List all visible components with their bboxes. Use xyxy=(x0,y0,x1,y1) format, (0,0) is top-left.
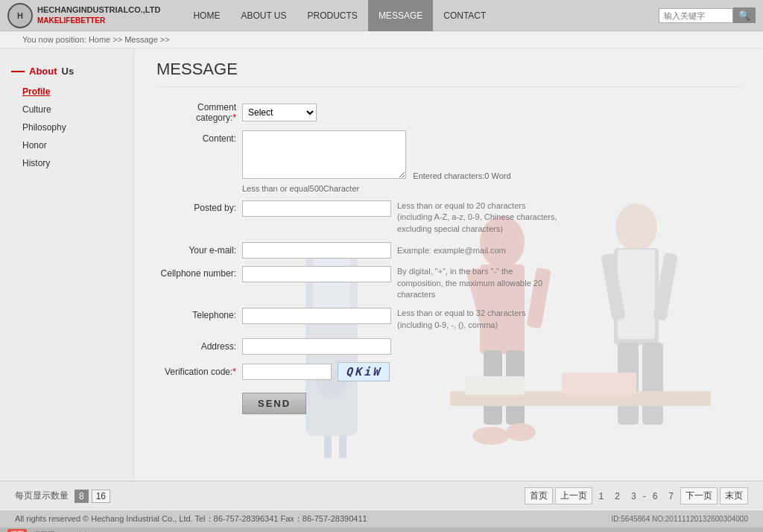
page-2[interactable]: 2 xyxy=(610,490,624,503)
cellphone-label: Cellphone number: xyxy=(156,266,242,279)
page-links: 首页 上一页 1 2 3 - 6 7 下一页 末页 xyxy=(525,487,748,504)
content-label: Content: xyxy=(156,130,242,144)
logo-area: H HECHANGINDUSTRIALCO.,LTD MAKELIFEBETTE… xyxy=(7,3,160,28)
form-row-cellphone: Cellphone number: By digital, "+", in th… xyxy=(156,266,741,300)
form-row-address: Address: xyxy=(156,338,741,355)
search-button[interactable]: 🔍 xyxy=(733,7,756,23)
less-than-note: Less than or equal500Character xyxy=(242,184,359,193)
page-6[interactable]: 6 xyxy=(648,490,662,503)
posted-by-note: Less than or equal to 20 characters (inc… xyxy=(397,200,561,235)
svg-rect-22 xyxy=(339,436,346,458)
nav-item-message[interactable]: MESSAGE xyxy=(368,0,433,31)
search-input[interactable] xyxy=(659,8,733,23)
sidebar-item-history[interactable]: History xyxy=(0,154,133,172)
pagination-bar: 每页显示数量 8 16 首页 上一页 1 2 3 - 6 7 下一页 末页 xyxy=(0,481,763,510)
sidebar-item-philosophy[interactable]: Philosophy xyxy=(0,118,133,136)
svg-point-7 xyxy=(506,423,536,441)
nav-item-home[interactable]: HOME xyxy=(183,0,230,31)
breadcrumb-bar: You now position: Home >> Message >> xyxy=(0,31,763,48)
content-area: MESSAGE Comment category:* Select Genera… xyxy=(134,48,763,481)
email-label: Your e-mail: xyxy=(156,245,242,256)
nav-item-products[interactable]: PRODUCTS xyxy=(297,0,368,31)
page-first[interactable]: 首页 xyxy=(525,487,553,504)
form-row-verification: Verification code:* QKiW xyxy=(156,362,741,381)
email-input[interactable] xyxy=(242,242,391,259)
sidebar-about-label: About xyxy=(29,66,57,77)
telephone-note: Less than or equal to 32 characters (inc… xyxy=(397,308,561,331)
page-sep: - xyxy=(643,491,646,501)
form-row-less-than: Less than or equal500Character xyxy=(156,184,741,193)
send-button[interactable]: SEND xyxy=(242,393,306,414)
verification-label: Verification code:* xyxy=(156,367,242,377)
sidebar-item-honor[interactable]: Honor xyxy=(0,136,133,154)
page-1[interactable]: 1 xyxy=(595,490,609,503)
telephone-input[interactable] xyxy=(242,308,391,324)
svg-rect-21 xyxy=(324,436,332,458)
breadcrumb: You now position: Home >> Message >> xyxy=(22,35,170,44)
form-row-comment: Comment category:* Select General Produc… xyxy=(156,102,741,123)
page-next[interactable]: 下一页 xyxy=(680,487,718,504)
sidebar-section-header: About Us xyxy=(0,60,133,83)
telephone-label: Telephone: xyxy=(156,308,242,320)
logo-circle: H xyxy=(7,3,33,28)
char-count: Entered characters:0 Word xyxy=(413,171,510,180)
form-row-telephone: Telephone: Less than or equal to 32 char… xyxy=(156,308,741,331)
main-nav: HOME ABOUT US PRODUCTS MESSAGE CONTACT xyxy=(183,0,496,31)
page-prev[interactable]: 上一页 xyxy=(555,487,592,504)
cellphone-note: By digital, "+", in the bars "-" the com… xyxy=(397,266,561,300)
content-field-wrap: Entered characters:0 Word xyxy=(242,130,511,181)
watermark-logo: 昵图 xyxy=(7,529,27,532)
search-area: 🔍 xyxy=(659,7,756,23)
per-page-label: 每页显示数量 xyxy=(15,490,69,502)
posted-by-input[interactable] xyxy=(242,200,391,217)
sidebar-us-label: Us xyxy=(62,66,75,77)
page-3[interactable]: 3 xyxy=(627,490,641,503)
comment-category-select[interactable]: Select General Product Service Other xyxy=(242,104,317,121)
watermark-url: 昵图网 www.nipic.com xyxy=(33,530,107,533)
per-page-16[interactable]: 16 xyxy=(92,490,110,503)
captcha-image[interactable]: QKiW xyxy=(338,362,390,381)
sidebar-item-culture[interactable]: Culture xyxy=(0,101,133,118)
nav-item-contact[interactable]: CONTACT xyxy=(433,0,496,31)
sidebar: About Us Profile Culture Philosophy Hono… xyxy=(0,48,134,481)
required-star: * xyxy=(232,113,236,123)
content-textarea[interactable] xyxy=(242,130,406,179)
send-button-row: SEND xyxy=(242,393,741,414)
nav-item-about[interactable]: ABOUT US xyxy=(230,0,297,31)
verification-input[interactable] xyxy=(242,364,332,380)
footer: All rights reserved © Hechang Industrial… xyxy=(0,510,763,528)
posted-by-label: Posted by: xyxy=(156,200,242,213)
address-input[interactable] xyxy=(242,338,391,355)
header: H HECHANGINDUSTRIALCO.,LTD MAKELIFEBETTE… xyxy=(0,0,763,31)
sidebar-red-line xyxy=(11,71,25,72)
page-7[interactable]: 7 xyxy=(664,490,678,503)
copyright-text: All rights reserved © Hechang Industrial… xyxy=(15,513,367,525)
watermark-bar: 昵图 昵图网 www.nipic.com xyxy=(0,528,763,532)
main-layout: About Us Profile Culture Philosophy Hono… xyxy=(0,48,763,481)
id-badge: ID:5645864 NO:20111120132600304000 xyxy=(612,515,749,523)
address-label: Address: xyxy=(156,341,242,352)
logo-text: HECHANGINDUSTRIALCO.,LTD MAKELIFEBETTER xyxy=(37,4,160,26)
page-last[interactable]: 末页 xyxy=(720,487,748,504)
svg-point-6 xyxy=(472,427,510,445)
form-row-posted: Posted by: Less than or equal to 20 char… xyxy=(156,200,741,235)
form-row-content: Content: Entered characters:0 Word xyxy=(156,130,741,181)
page-title: MESSAGE xyxy=(156,60,741,87)
cellphone-input[interactable] xyxy=(242,266,391,282)
form-row-email: Your e-mail: Example: example@mail.com xyxy=(156,242,741,259)
message-form: Comment category:* Select General Produc… xyxy=(156,102,741,414)
per-page-8[interactable]: 8 xyxy=(75,490,89,503)
email-note: Example: example@mail.com xyxy=(397,246,506,255)
sidebar-item-profile[interactable]: Profile xyxy=(0,83,133,101)
comment-label: Comment category:* xyxy=(156,102,242,123)
